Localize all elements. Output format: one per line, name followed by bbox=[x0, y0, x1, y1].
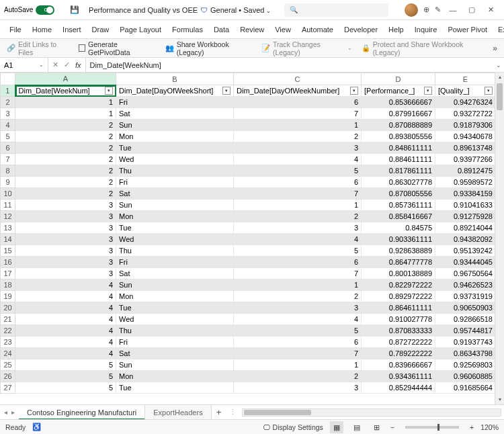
cell[interactable]: 3 bbox=[15, 245, 116, 257]
cell[interactable]: Fri bbox=[116, 337, 234, 348]
row-header[interactable]: 25 bbox=[1, 359, 15, 371]
cell[interactable]: 4 bbox=[234, 154, 362, 165]
cell[interactable]: 0.93731919 bbox=[435, 291, 495, 302]
cell[interactable]: Fri bbox=[116, 97, 234, 108]
cell[interactable]: Sat bbox=[116, 188, 234, 200]
cell[interactable]: 5 bbox=[15, 382, 116, 394]
scroll-up-icon[interactable]: ▴ bbox=[495, 73, 504, 82]
row-header[interactable]: 9 bbox=[1, 177, 15, 188]
table-row[interactable]: 62Tue30.8486111110.89613748 bbox=[1, 142, 495, 154]
row-header[interactable]: 20 bbox=[1, 302, 15, 314]
cell[interactable]: 5 bbox=[15, 371, 116, 382]
row-header[interactable]: 11 bbox=[1, 200, 15, 211]
table-row[interactable]: 52Mon20.8938055560.94340678 bbox=[1, 131, 495, 142]
tab-file[interactable]: File bbox=[4, 20, 27, 39]
table-row[interactable]: 184Sun10.8229722220.94626523 bbox=[1, 279, 495, 291]
cell[interactable]: 0.96750564 bbox=[435, 268, 495, 279]
cell[interactable]: 0.91685664 bbox=[435, 382, 495, 394]
cell[interactable]: 4 bbox=[15, 325, 116, 337]
cell[interactable]: 0.870805556 bbox=[362, 188, 435, 200]
cell[interactable]: Wed bbox=[116, 154, 234, 165]
select-all[interactable] bbox=[1, 73, 15, 85]
name-box[interactable]: A1 ⌄ bbox=[0, 58, 48, 72]
table-row[interactable]: 275Tue30.8529444440.91685664 bbox=[1, 382, 495, 394]
cell[interactable]: Mon bbox=[116, 371, 234, 382]
cell[interactable]: 0.903361111 bbox=[362, 234, 435, 245]
cell[interactable]: 0.864777778 bbox=[362, 257, 435, 268]
accessibility-icon[interactable]: ♿ bbox=[32, 423, 41, 431]
cell[interactable]: 2 bbox=[15, 177, 116, 188]
tab-inquire[interactable]: Inquire bbox=[409, 20, 443, 39]
cell[interactable]: 0.870833333 bbox=[362, 325, 435, 337]
close-button[interactable]: ✕ bbox=[481, 1, 500, 19]
table-row[interactable]: 42Sun10.8708888890.91879306 bbox=[1, 120, 495, 131]
cancel-icon[interactable]: ✕ bbox=[52, 60, 58, 69]
cell[interactable]: 0.863027778 bbox=[362, 177, 435, 188]
cell[interactable]: 0.892972222 bbox=[362, 291, 435, 302]
cell[interactable]: 1 bbox=[234, 359, 362, 371]
row-header[interactable]: 14 bbox=[1, 234, 15, 245]
table-row[interactable]: 92Fri60.8630277780.95989572 bbox=[1, 177, 495, 188]
cell[interactable]: 0.852944444 bbox=[362, 382, 435, 394]
table-row[interactable]: 204Tue30.8646111110.90650903 bbox=[1, 302, 495, 314]
filter-button[interactable]: ▾ bbox=[105, 87, 113, 95]
cell[interactable]: 0.91879306 bbox=[435, 120, 495, 131]
cell[interactable]: Fri bbox=[116, 257, 234, 268]
cell[interactable]: 4 bbox=[15, 302, 116, 314]
cell[interactable]: Tue bbox=[116, 142, 234, 154]
table-header-row[interactable]: 1 Dim_Date[WeekNum]▾ Dim_Date[DayOfWeekS… bbox=[1, 85, 495, 97]
cell[interactable]: [Quality_]▾ bbox=[435, 85, 495, 97]
cell[interactable]: 0.817861111 bbox=[362, 165, 435, 177]
file-name[interactable]: Performance and Quality vs OEE bbox=[89, 6, 198, 14]
zoom-level[interactable]: 120% bbox=[480, 423, 499, 431]
cell[interactable]: 0.800138889 bbox=[362, 268, 435, 279]
cell[interactable]: 0.95989572 bbox=[435, 177, 495, 188]
sheet-tab-active[interactable]: Contoso Engineering Manufacturi bbox=[19, 405, 145, 420]
spreadsheet-grid[interactable]: A B C D E 1 Dim_Date[WeekNum]▾ Dim_Date[… bbox=[0, 73, 495, 394]
tab-formulas[interactable]: Formulas bbox=[167, 20, 208, 39]
cell[interactable]: Thu bbox=[116, 245, 234, 257]
row-header[interactable]: 5 bbox=[1, 131, 15, 142]
cell[interactable]: 0.789222222 bbox=[362, 348, 435, 359]
cell[interactable]: 6 bbox=[234, 97, 362, 108]
table-row[interactable]: 214Wed40.9100277780.92866518 bbox=[1, 314, 495, 325]
table-row[interactable]: 133Tue30.845750.89214044 bbox=[1, 222, 495, 234]
cell[interactable]: 5 bbox=[234, 165, 362, 177]
row-header[interactable]: 22 bbox=[1, 325, 15, 337]
cell[interactable]: 0.928638889 bbox=[362, 245, 435, 257]
cell[interactable]: Mon bbox=[116, 291, 234, 302]
row-header[interactable]: 21 bbox=[1, 314, 15, 325]
cell[interactable]: 3 bbox=[234, 302, 362, 314]
row-header[interactable]: 26 bbox=[1, 371, 15, 382]
cell[interactable]: 2 bbox=[234, 211, 362, 222]
cell[interactable]: 0.93384159 bbox=[435, 188, 495, 200]
autosave[interactable]: AutoSave On bbox=[4, 5, 65, 15]
scroll-thumb[interactable] bbox=[244, 410, 311, 415]
minimize-button[interactable]: — bbox=[444, 1, 462, 19]
cell[interactable]: 4 bbox=[15, 314, 116, 325]
cell[interactable]: Sun bbox=[116, 200, 234, 211]
sheet-nav[interactable]: ◂▸ bbox=[0, 408, 19, 416]
cell[interactable]: 7 bbox=[234, 348, 362, 359]
display-settings[interactable]: 🖵 Display Settings bbox=[263, 423, 323, 431]
cell[interactable]: 1 bbox=[234, 120, 362, 131]
cell[interactable]: 0.94626523 bbox=[435, 279, 495, 291]
cell[interactable]: Tue bbox=[116, 222, 234, 234]
cell[interactable]: 5 bbox=[15, 359, 116, 371]
user-avatar[interactable] bbox=[405, 3, 418, 17]
row-header[interactable]: 10 bbox=[1, 188, 15, 200]
row-header[interactable]: 7 bbox=[1, 154, 15, 165]
table-row[interactable]: 265Mon20.9343611110.96060885 bbox=[1, 371, 495, 382]
cell[interactable]: 0.93272722 bbox=[435, 108, 495, 120]
row-header[interactable]: 8 bbox=[1, 165, 15, 177]
cell[interactable]: 0.94340678 bbox=[435, 131, 495, 142]
table-row[interactable]: 173Sat70.8001388890.96750564 bbox=[1, 268, 495, 279]
tab-view[interactable]: View bbox=[269, 20, 296, 39]
scroll-thumb[interactable] bbox=[497, 83, 503, 110]
tab-page-layout[interactable]: Page Layout bbox=[114, 20, 167, 39]
col-header-d[interactable]: D bbox=[362, 73, 435, 85]
cell[interactable]: 0.94276324 bbox=[435, 97, 495, 108]
table-row[interactable]: 194Mon20.8929722220.93731919 bbox=[1, 291, 495, 302]
tab-draw[interactable]: Draw bbox=[87, 20, 115, 39]
table-row[interactable]: 21Fri60.8536666670.94276324 bbox=[1, 97, 495, 108]
